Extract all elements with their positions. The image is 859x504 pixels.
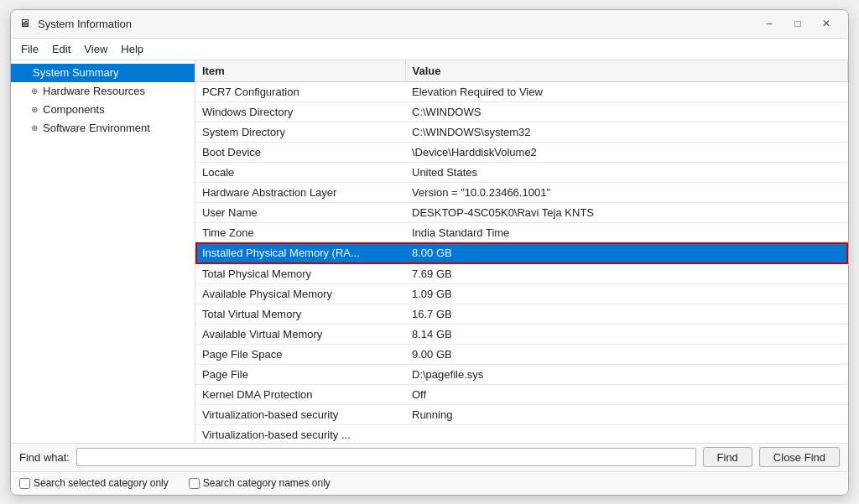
menu-file[interactable]: File [14,40,45,58]
right-panel-table: Item Value PCR7 ConfigurationElevation R… [195,60,848,443]
table-cell-item: Locale [195,162,405,182]
menu-help[interactable]: Help [114,40,150,58]
maximize-button[interactable]: □ [784,12,811,35]
tree-item-software-environment[interactable]: ⊕ Software Environment [11,119,195,138]
table-cell-value: C:\WINDOWS [405,101,848,122]
table-cell-value: DESKTOP-4SC05K0\Ravi Teja KNTS [405,202,848,222]
table-cell-value: United States [405,162,848,182]
window-controls: – □ ✕ [756,12,840,35]
search-category-names-text: Search category names only [203,477,331,489]
window-title: System Information [38,18,756,30]
table-row[interactable]: PCR7 ConfigurationElevation Required to … [195,81,848,101]
expander-icon: ⊕ [28,103,41,117]
table-cell-value: Running [405,405,848,425]
tree-item-label: Hardware Resources [43,85,145,97]
table-row[interactable]: User NameDESKTOP-4SC05K0\Ravi Teja KNTS [195,202,848,222]
column-value: Value [405,60,848,82]
table-cell-item: Kernel DMA Protection [195,385,405,405]
table-cell-value: Off [405,385,848,405]
table-cell-item: Page File [195,365,405,385]
tree-item-label: Components [43,103,105,116]
tree-item-system-summary[interactable]: System Summary [11,64,195,82]
table-row[interactable]: Page FileD:\pagefile.sys [195,365,848,385]
find-label: Find what: [19,451,70,464]
table-cell-value: Elevation Required to View [405,81,848,101]
table-row[interactable]: Page File Space9.00 GB [195,345,848,365]
left-panel-tree: System Summary ⊕ Hardware Resources ⊕ Co… [11,60,195,443]
minimize-button[interactable]: – [756,12,783,35]
close-find-button[interactable]: Close Find [759,447,840,467]
menu-view[interactable]: View [77,40,114,58]
find-button[interactable]: Find [703,447,752,467]
table-row[interactable]: Available Virtual Memory8.14 GB [195,325,848,345]
table-cell-item: Hardware Abstraction Layer [195,182,405,202]
table-cell-value: Version = "10.0.23466.1001" [405,182,848,202]
expander-icon: ⊕ [28,122,41,135]
table-cell-item: Virtualization-based security ... [195,425,405,443]
table-cell-item: PCR7 Configuration [195,81,405,101]
table-cell-value: C:\WINDOWS\system32 [405,122,848,142]
search-selected-category-checkbox[interactable] [19,478,30,489]
app-icon: 🖥 [19,17,33,30]
memory-bar [456,247,791,260]
close-button[interactable]: ✕ [813,12,840,35]
table-row[interactable]: Hardware Abstraction LayerVersion = "10.… [195,182,848,202]
table-cell-item: Total Virtual Memory [195,304,405,325]
table-row[interactable]: Total Virtual Memory16.7 GB [195,304,848,325]
system-info-table: Item Value PCR7 ConfigurationElevation R… [195,60,848,443]
table-row[interactable]: Boot Device\Device\HarddiskVolume2 [195,142,848,162]
table-row[interactable]: Time ZoneIndia Standard Time [195,222,848,242]
table-cell-value [405,425,848,443]
table-row[interactable]: Kernel DMA ProtectionOff [195,385,848,405]
search-options-bar: Search selected category only Search cat… [11,471,848,495]
title-bar: 🖥 System Information – □ ✕ [11,10,848,39]
table-cell-value: 8.00 GB [405,242,848,264]
menu-bar: File Edit View Help [11,39,848,60]
table-cell-value: 1.09 GB [405,284,848,304]
table-cell-item: Boot Device [195,142,405,162]
find-bar: Find what: Find Close Find [11,443,848,471]
table-cell-value: 9.00 GB [405,345,848,365]
system-information-window: 🖥 System Information – □ ✕ File Edit Vie… [10,9,849,496]
table-row[interactable]: Windows DirectoryC:\WINDOWS [195,101,848,122]
table-cell-item: Virtualization-based security [195,405,405,425]
search-category-names-label[interactable]: Search category names only [189,477,331,489]
expander-icon: ⊕ [28,85,41,98]
table-cell-value: India Standard Time [405,222,848,242]
tree-item-label: Software Environment [43,122,150,134]
table-row[interactable]: Total Physical Memory7.69 GB [195,264,848,284]
table-row[interactable]: Available Physical Memory1.09 GB [195,284,848,304]
table-cell-item: User Name [195,202,405,222]
table-row[interactable]: Installed Physical Memory (RA...8.00 GB [195,242,848,264]
table-cell-value: 7.69 GB [405,264,848,284]
table-header-row: Item Value [195,60,848,82]
menu-edit[interactable]: Edit [45,40,77,58]
table-cell-item: Windows Directory [195,101,405,122]
search-category-names-checkbox[interactable] [189,478,200,489]
table-row[interactable]: LocaleUnited States [195,162,848,182]
table-row[interactable]: Virtualization-based securityRunning [195,405,848,425]
table-cell-item: Available Physical Memory [195,284,405,304]
table-cell-value: D:\pagefile.sys [405,365,848,385]
table-cell-value: 16.7 GB [405,304,848,325]
table-cell-item: Installed Physical Memory (RA... [195,242,405,264]
main-content: System Summary ⊕ Hardware Resources ⊕ Co… [11,60,848,443]
column-item: Item [195,60,405,82]
table-cell-value: 8.14 GB [405,325,848,345]
table-cell-item: Available Virtual Memory [195,325,405,345]
tree-item-hardware-resources[interactable]: ⊕ Hardware Resources [11,82,195,101]
table-cell-item: Time Zone [195,222,405,242]
table-cell-item: Page File Space [195,345,405,365]
expander-icon [18,66,31,80]
table-cell-value: \Device\HarddiskVolume2 [405,142,848,162]
find-input[interactable] [76,448,696,466]
search-selected-category-text: Search selected category only [34,477,169,489]
tree-item-components[interactable]: ⊕ Components [11,101,195,119]
tree-item-label: System Summary [33,66,119,79]
table-cell-item: System Directory [195,122,405,142]
search-selected-category-label[interactable]: Search selected category only [19,477,169,489]
table-row[interactable]: Virtualization-based security ... [195,425,848,443]
table-row[interactable]: System DirectoryC:\WINDOWS\system32 [195,122,848,142]
table-cell-item: Total Physical Memory [195,264,405,284]
